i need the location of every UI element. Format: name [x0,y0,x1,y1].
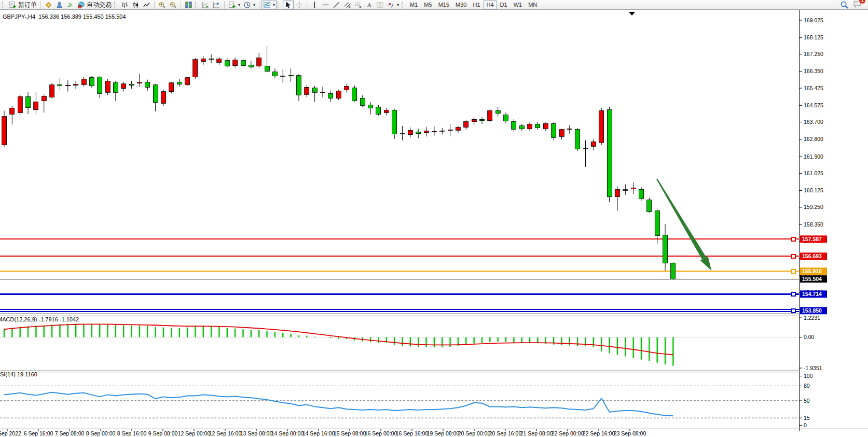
svg-text:50: 50 [804,398,810,404]
arrow-objects-icon [387,1,395,9]
timeframe-group: M1M5M15M30H1H4D1W1MN [407,1,540,9]
scroll-position-marker [629,12,635,16]
zoom-out-button[interactable] [168,1,178,9]
autotrading-icon [77,1,85,9]
pane-borders [0,10,868,431]
svg-text:6 Sep 16:00: 6 Sep 16:00 [24,430,53,436]
svg-text:F: F [360,5,362,8]
candlestick-chart-icon [132,1,140,9]
search-icon[interactable] [840,1,849,9]
fibonacci-button[interactable]: F [353,1,364,9]
add-indicator-icon [228,1,236,9]
svg-text:15 Sep 08:00: 15 Sep 08:00 [334,430,366,436]
zoom-in-button[interactable] [157,1,168,9]
hline-handle [792,309,795,313]
timeframe-button-h1[interactable]: H1 [470,1,483,9]
dropdown-caret-icon: ▾ [238,3,240,7]
chart-title: GBPJPY-,H4 156.336 156.389 155.450 155.5… [3,13,126,20]
svg-text:6 Sep 2022: 6 Sep 2022 [0,430,21,436]
autotrading-button[interactable]: 自动交易 [76,1,113,9]
macd-signal-line [4,324,673,355]
timeframe-button-m15[interactable]: M15 [435,1,452,9]
indicators-button[interactable]: ▾ [227,1,242,9]
svg-text:15: 15 [804,415,810,421]
arrows-button[interactable]: ▾ [385,1,401,9]
hline-handle [792,237,795,241]
macd-indicator-label: MACD(12,26,9) -1.7916 -1.1042 [0,316,79,322]
timeframe-button-h4[interactable]: H4 [484,1,497,9]
chart-area[interactable]: 169.025168.125167.250166.350165.475164.5… [0,0,868,437]
toolbar-drag-handle[interactable] [2,2,5,8]
zoom-in-icon [158,1,166,9]
svg-text:14 Sep 00:00: 14 Sep 00:00 [271,430,304,436]
crosshair-icon [295,1,303,9]
community-button[interactable] [54,1,65,9]
svg-text:1.2231: 1.2231 [804,315,820,321]
svg-text:155.910: 155.910 [802,268,822,274]
equidistant-channel-button[interactable]: E [342,1,353,9]
text-button[interactable]: A [364,1,375,9]
timeframe-button-d1[interactable]: D1 [497,1,511,9]
toolbar-drag-handle[interactable] [195,2,198,8]
dropdown-caret-icon: ▾ [273,3,275,7]
candlesticks-chart-button[interactable] [130,1,141,9]
market-button[interactable] [43,1,54,9]
new-order-button[interactable]: 新订单 [7,1,38,9]
svg-text:13 Sep 08:00: 13 Sep 08:00 [240,430,273,436]
timeframe-button-mn[interactable]: MN [525,1,540,9]
timeframe-button-m5[interactable]: M5 [421,1,435,9]
signals-button[interactable] [65,1,76,9]
periods-button[interactable]: ▾ [242,1,257,9]
notifications-button[interactable]: 1 [853,0,862,10]
svg-text:80: 80 [804,383,810,389]
svg-text:167.250: 167.250 [804,51,823,57]
chart-shift-icon [213,1,221,9]
toolbar-drag-handle[interactable] [402,2,405,8]
vertical-line-button[interactable] [309,1,320,9]
text-label-button[interactable]: T [375,1,385,9]
timeframe-button-w1[interactable]: W1 [511,1,526,9]
horizontal-line-button[interactable] [320,1,331,9]
candlesticks [2,46,676,280]
svg-text:E: E [349,5,351,8]
chart-shift-button[interactable] [211,1,222,9]
svg-text:16 Sep 00:00: 16 Sep 00:00 [365,430,397,436]
svg-text:100: 100 [804,373,813,379]
templates-button[interactable]: ▾ [261,1,277,9]
dropdown-caret-icon: ▾ [397,3,399,7]
toolbar-drag-handle[interactable] [278,2,281,8]
new-order-icon [9,1,17,9]
fibonacci-icon: F [354,1,362,9]
toolbar-drag-handle[interactable] [114,2,117,8]
gold-seal-icon [45,1,52,9]
svg-text:A: A [367,2,372,8]
line-chart-button[interactable] [141,1,152,9]
svg-text:20 Sep 16:00: 20 Sep 16:00 [489,430,522,436]
vertical-line-icon [311,1,319,9]
terminal-window: 新订单 [0,0,868,437]
timeframe-button-m30[interactable]: M30 [452,1,470,9]
signal-radar-icon [66,1,74,9]
auto-scroll-button[interactable] [200,1,211,9]
clock-icon [243,1,251,9]
cursor-button[interactable] [283,1,294,9]
trendline-button[interactable] [331,1,342,9]
time-axis: 6 Sep 20226 Sep 16:007 Sep 08:008 Sep 00… [0,429,646,437]
svg-text:154.714: 154.714 [802,291,822,297]
crosshair-button[interactable] [294,1,305,9]
svg-text:160.125: 160.125 [804,187,823,193]
tile-windows-button[interactable] [183,1,194,9]
svg-text:162.800: 162.800 [804,136,823,142]
line-chart-icon [143,1,150,9]
svg-text:8 Sep 00:00: 8 Sep 00:00 [86,430,116,436]
bars-chart-button[interactable] [119,1,130,9]
macd-axis: 1.22310.00-1.9351 [0,315,822,371]
timeframe-button-m1[interactable]: M1 [407,1,421,9]
svg-text:-1.9351: -1.9351 [804,365,822,371]
horizontal-line-objects[interactable] [0,237,799,313]
notification-count-badge: 1 [859,0,865,4]
svg-text:169.025: 169.025 [804,17,823,23]
hline-handle [792,270,795,273]
svg-text:9 Sep 08:00: 9 Sep 08:00 [148,430,178,436]
svg-text:20 Sep 00:00: 20 Sep 00:00 [458,430,491,436]
